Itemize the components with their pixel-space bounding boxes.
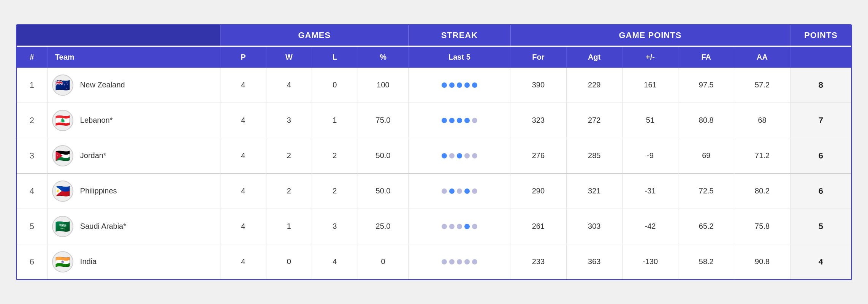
streak-group-header: STREAK	[409, 25, 510, 46]
last5-header: Last 5	[409, 46, 510, 68]
w-cell: 0	[266, 244, 312, 279]
p-cell: 4	[220, 138, 266, 173]
agt-cell: 285	[566, 138, 622, 173]
flag-icon: 🇳🇿	[52, 74, 73, 96]
win-dot	[472, 82, 477, 88]
aa-cell: 75.8	[734, 209, 790, 244]
streak-cell	[409, 103, 510, 138]
loss-dot	[472, 118, 477, 123]
games-group-header: GAMES	[220, 25, 409, 46]
p-cell: 4	[220, 173, 266, 209]
points-cell: 6	[790, 138, 851, 173]
win-dot	[457, 153, 462, 158]
loss-dot	[457, 224, 462, 229]
win-dot	[464, 188, 470, 194]
for-cell: 261	[510, 209, 566, 244]
fa-cell: 80.8	[678, 103, 734, 138]
w-cell: 3	[266, 103, 312, 138]
for-cell: 390	[510, 68, 566, 103]
aa-cell: 80.2	[734, 173, 790, 209]
plusminus-cell: 161	[622, 68, 678, 103]
team-name: Saudi Arabia*	[80, 222, 126, 231]
loss-dot	[472, 259, 477, 264]
pct-cell: 100	[358, 68, 409, 103]
streak-cell	[409, 138, 510, 173]
agt-cell: 303	[566, 209, 622, 244]
points-group-header: POINTS	[790, 25, 851, 46]
points-cell: 8	[790, 68, 851, 103]
points-cell: 7	[790, 103, 851, 138]
team-name: India	[80, 257, 97, 266]
team-cell: 🇯🇴Jordan*	[47, 138, 220, 173]
pct-cell: 75.0	[358, 103, 409, 138]
team-name: Philippines	[80, 187, 117, 195]
win-dot	[442, 118, 447, 123]
p-cell: 4	[220, 209, 266, 244]
pct-cell: 25.0	[358, 209, 409, 244]
flag-icon: 🇸🇦	[52, 216, 73, 237]
win-dot	[442, 82, 447, 88]
l-cell: 1	[312, 103, 358, 138]
aa-cell: 71.2	[734, 138, 790, 173]
empty-header	[17, 25, 220, 46]
streak-cell	[409, 209, 510, 244]
plusminus-header: +/-	[622, 46, 678, 68]
l-cell: 2	[312, 173, 358, 209]
team-name: Jordan*	[80, 151, 106, 160]
aa-cell: 57.2	[734, 68, 790, 103]
pct-cell: 50.0	[358, 138, 409, 173]
aa-cell: 68	[734, 103, 790, 138]
loss-dot	[449, 259, 455, 264]
aa-header: AA	[734, 46, 790, 68]
pct-header: %	[358, 46, 409, 68]
win-dot	[464, 224, 470, 229]
win-dot	[449, 118, 455, 123]
loss-dot	[449, 224, 455, 229]
w-cell: 2	[266, 173, 312, 209]
win-dot	[464, 82, 470, 88]
p-cell: 4	[220, 68, 266, 103]
win-dot	[449, 188, 455, 194]
for-cell: 323	[510, 103, 566, 138]
plusminus-cell: 51	[622, 103, 678, 138]
agt-cell: 321	[566, 173, 622, 209]
points-header	[790, 46, 851, 68]
for-cell: 276	[510, 138, 566, 173]
l-cell: 2	[312, 138, 358, 173]
team-header: Team	[47, 46, 220, 68]
fa-cell: 65.2	[678, 209, 734, 244]
loss-dot	[472, 224, 477, 229]
rank-cell: 1	[17, 68, 47, 103]
flag-icon: 🇵🇭	[52, 180, 73, 202]
standings-table-container: GAMES STREAK GAME POINTS POINTS # Team P…	[16, 24, 852, 280]
rank-cell: 3	[17, 138, 47, 173]
rank-cell: 4	[17, 173, 47, 209]
team-name: Lebanon*	[80, 116, 113, 125]
table-row: 2🇱🇧Lebanon*43175.03232725180.8687	[17, 103, 851, 138]
w-cell: 1	[266, 209, 312, 244]
fa-header: FA	[678, 46, 734, 68]
win-dot	[464, 118, 470, 123]
table-row: 4🇵🇭Philippines42250.0290321-3172.580.26	[17, 173, 851, 209]
plusminus-cell: -42	[622, 209, 678, 244]
game-points-group-header: GAME POINTS	[510, 25, 790, 46]
loss-dot	[464, 259, 470, 264]
pct-cell: 0	[358, 244, 409, 279]
for-cell: 290	[510, 173, 566, 209]
points-cell: 4	[790, 244, 851, 279]
l-header: L	[312, 46, 358, 68]
win-dot	[442, 153, 447, 158]
team-cell: 🇳🇿New Zealand	[47, 68, 220, 103]
l-cell: 4	[312, 244, 358, 279]
flag-icon: 🇮🇳	[52, 251, 73, 272]
loss-dot	[442, 188, 447, 194]
rank-cell: 6	[17, 244, 47, 279]
streak-cell	[409, 68, 510, 103]
flag-icon: 🇯🇴	[52, 145, 73, 166]
loss-dot	[464, 153, 470, 158]
aa-cell: 90.8	[734, 244, 790, 279]
col-header-row: # Team P W L % Last 5 For Agt +/- FA AA	[17, 46, 851, 68]
team-cell: 🇵🇭Philippines	[47, 173, 220, 209]
flag-icon: 🇱🇧	[52, 110, 73, 131]
team-name: New Zealand	[80, 81, 125, 89]
